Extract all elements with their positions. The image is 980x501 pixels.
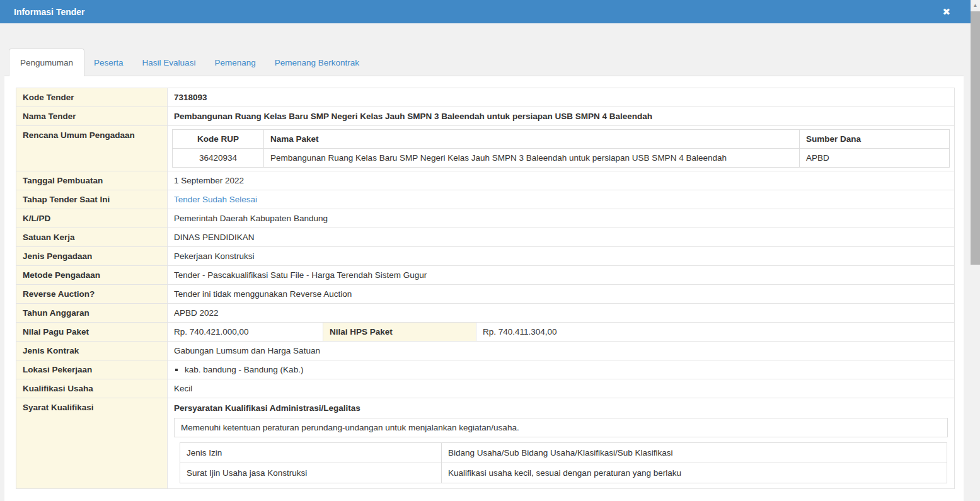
rup-header-kode: Kode RUP — [173, 130, 264, 149]
jenis-kontrak-value: Gabungan Lumsum dan Harga Satuan — [168, 342, 955, 360]
row-metode-pengadaan: Metode Pengadaan Tender - Pascakualifika… — [16, 266, 955, 285]
row-tahap-tender: Tahap Tender Saat Ini Tender Sudah Seles… — [16, 190, 955, 209]
row-nilai-paket: Nilai Pagu Paket Rp. 740.421.000,00 Nila… — [16, 323, 955, 342]
nilai-hps-label: Nilai HPS Paket — [323, 323, 476, 342]
klpd-value: Pemerintah Daerah Kabupaten Bandung — [168, 209, 955, 228]
satuan-kerja-value: DINAS PENDIDIKAN — [168, 228, 955, 247]
tanggal-pembuatan-value: 1 September 2022 — [168, 171, 955, 190]
klpd-label: K/L/PD — [16, 209, 168, 228]
lokasi-item: kab. bandung - Bandung (Kab.) — [185, 365, 948, 374]
lokasi-cell: kab. bandung - Bandung (Kab.) — [168, 360, 955, 379]
tahap-tender-link[interactable]: Tender Sudah Selesai — [174, 195, 257, 204]
rup-nama-value: Pembangunan Ruang Kelas Baru SMP Negeri … — [264, 149, 800, 168]
scrollbar-thumb[interactable] — [971, 11, 980, 265]
nama-tender-value: Pembangunan Ruang Kelas Baru SMP Negeri … — [168, 107, 955, 126]
row-reverse-auction: Reverse Auction? Tender ini tidak menggu… — [16, 285, 955, 304]
nilai-hps-value: Rp. 740.411.304,00 — [476, 323, 955, 342]
izin-data-row: Surat Ijin Usaha jasa Konstruksi Kualifi… — [180, 463, 947, 483]
rup-kode-value: 36420934 — [173, 149, 264, 168]
rup-header-row: Kode RUP Nama Paket Sumber Dana — [173, 130, 950, 149]
jenis-kontrak-label: Jenis Kontrak — [16, 342, 168, 360]
vertical-scrollbar[interactable]: ▲ — [971, 0, 980, 501]
tender-info-table: Kode Tender 7318093 Nama Tender Pembangu… — [16, 88, 955, 489]
tahap-tender-cell: Tender Sudah Selesai — [168, 190, 955, 209]
satuan-kerja-label: Satuan Kerja — [16, 228, 168, 247]
rup-header-nama: Nama Paket — [264, 130, 800, 149]
modal-header: Informasi Tender — [0, 0, 971, 23]
jenis-pengadaan-label: Jenis Pengadaan — [16, 247, 168, 266]
rup-header-sumber: Sumber Dana — [800, 130, 950, 149]
syarat-label: Syarat Kualifikasi — [16, 398, 168, 489]
tahun-anggaran-label: Tahun Anggaran — [16, 304, 168, 323]
izin-header-row: Jenis Izin Bidang Usaha/Sub Bidang Usaha… — [180, 443, 947, 463]
close-icon[interactable]: ✖ — [942, 0, 950, 23]
tahun-anggaran-value: APBD 2022 — [168, 304, 955, 323]
tab-pengumuman[interactable]: Pengumuman — [9, 49, 84, 76]
metode-pengadaan-value: Tender - Pascakualifikasi Satu File - Ha… — [168, 266, 955, 285]
row-kualifikasi-usaha: Kualifikasi Usaha Kecil — [16, 379, 955, 398]
metode-pengadaan-label: Metode Pengadaan — [16, 266, 168, 285]
kualifikasi-usaha-label: Kualifikasi Usaha — [16, 379, 168, 398]
syarat-section-title: Persyaratan Kualifikasi Administrasi/Leg… — [174, 403, 948, 413]
nilai-pagu-label: Nilai Pagu Paket — [16, 323, 168, 342]
tab-pemenang[interactable]: Pemenang — [205, 49, 265, 76]
rup-sumber-value: APBD — [800, 149, 950, 168]
rup-label: Rencana Umum Pengadaan — [16, 126, 168, 171]
reverse-auction-value: Tender ini tidak menggunakan Reverse Auc… — [168, 285, 955, 304]
scroll-up-arrow-icon[interactable]: ▲ — [971, 0, 980, 10]
kode-tender-label: Kode Tender — [16, 88, 168, 107]
row-tanggal-pembuatan: Tanggal Pembuatan 1 September 2022 — [16, 171, 955, 190]
lokasi-list: kab. bandung - Bandung (Kab.) — [174, 365, 948, 374]
syarat-note: Memenuhi ketentuan peraturan perundang-u… — [174, 418, 948, 437]
row-klpd: K/L/PD Pemerintah Daerah Kabupaten Bandu… — [16, 209, 955, 228]
row-tahun-anggaran: Tahun Anggaran APBD 2022 — [16, 304, 955, 323]
tab-peserta[interactable]: Peserta — [84, 49, 133, 76]
izin-jenis-value: Surat Ijin Usaha jasa Konstruksi — [180, 463, 442, 483]
row-lokasi-pekerjaan: Lokasi Pekerjaan kab. bandung - Bandung … — [16, 360, 955, 379]
modal-title: Informasi Tender — [0, 7, 85, 17]
tab-hasil-evaluasi[interactable]: Hasil Evaluasi — [133, 49, 205, 76]
row-nama-tender: Nama Tender Pembangunan Ruang Kelas Baru… — [16, 107, 955, 126]
tanggal-pembuatan-label: Tanggal Pembuatan — [16, 171, 168, 190]
row-jenis-kontrak: Jenis Kontrak Gabungan Lumsum dan Harga … — [16, 342, 955, 360]
nilai-pagu-value: Rp. 740.421.000,00 — [168, 323, 323, 342]
kode-tender-value: 7318093 — [168, 88, 955, 107]
rup-table-cell: Kode RUP Nama Paket Sumber Dana 36420934… — [168, 126, 955, 171]
izin-header-bidang: Bidang Usaha/Sub Bidang Usaha/Klasifikas… — [442, 443, 947, 463]
izin-header-jenis: Jenis Izin — [180, 443, 442, 463]
reverse-auction-label: Reverse Auction? — [16, 285, 168, 304]
row-rencana-umum-pengadaan: Rencana Umum Pengadaan Kode RUP Nama Pak… — [16, 126, 955, 171]
rup-table: Kode RUP Nama Paket Sumber Dana 36420934… — [172, 129, 950, 168]
nama-tender-label: Nama Tender — [16, 107, 168, 126]
izin-bidang-value: Kualifikasi usaha kecil, sesuai dengan p… — [442, 463, 947, 483]
kualifikasi-usaha-value: Kecil — [168, 379, 955, 398]
row-jenis-pengadaan: Jenis Pengadaan Pekerjaan Konstruksi — [16, 247, 955, 266]
row-kode-tender: Kode Tender 7318093 — [16, 88, 955, 107]
syarat-content: Persyaratan Kualifikasi Administrasi/Leg… — [168, 398, 955, 489]
row-satuan-kerja: Satuan Kerja DINAS PENDIDIKAN — [16, 228, 955, 247]
tab-pemenang-berkontrak[interactable]: Pemenang Berkontrak — [265, 49, 369, 76]
tahap-tender-label: Tahap Tender Saat Ini — [16, 190, 168, 209]
jenis-pengadaan-value: Pekerjaan Konstruksi — [168, 247, 955, 266]
rup-data-row: 36420934 Pembangunan Ruang Kelas Baru SM… — [173, 149, 950, 168]
tab-bar: Pengumuman Peserta Hasil Evaluasi Pemena… — [9, 49, 369, 76]
row-syarat-kualifikasi: Syarat Kualifikasi Persyaratan Kualifika… — [16, 398, 955, 489]
izin-table: Jenis Izin Bidang Usaha/Sub Bidang Usaha… — [180, 442, 947, 483]
lokasi-label: Lokasi Pekerjaan — [16, 360, 168, 379]
tab-panel-pengumuman: Kode Tender 7318093 Nama Tender Pembangu… — [4, 76, 964, 501]
